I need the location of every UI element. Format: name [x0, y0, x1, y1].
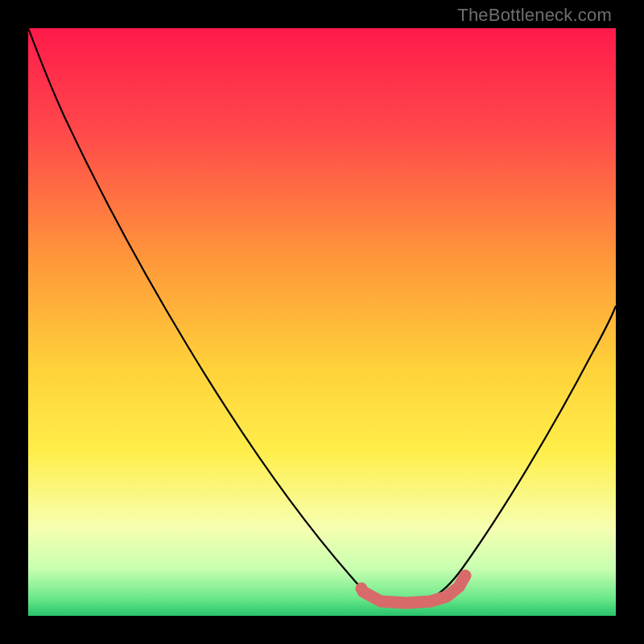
chart-frame: TheBottleneck.com — [0, 0, 644, 644]
optimal-marker-start-dot — [356, 583, 368, 595]
chart-lines — [28, 28, 616, 616]
bottleneck-curve — [28, 28, 616, 605]
plot-area — [28, 28, 616, 616]
optimal-marker — [363, 576, 465, 603]
watermark-label: TheBottleneck.com — [457, 5, 612, 26]
